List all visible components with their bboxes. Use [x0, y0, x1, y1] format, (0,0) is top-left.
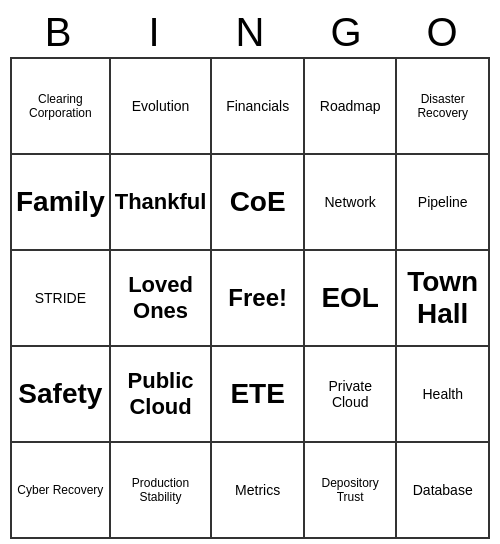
bingo-cell-r2-c3: EOL — [305, 251, 398, 347]
bingo-cell-r1-c3: Network — [305, 155, 398, 251]
bingo-cell-r2-c2: Free! — [212, 251, 305, 347]
bingo-cell-r3-c4: Health — [397, 347, 490, 443]
bingo-cell-r4-c0: Cyber Recovery — [12, 443, 111, 539]
bingo-cell-r1-c4: Pipeline — [397, 155, 490, 251]
bingo-cell-r0-c0: Clearing Corporation — [12, 59, 111, 155]
bingo-cell-r1-c1: Thankful — [111, 155, 213, 251]
bingo-cell-r4-c4: Database — [397, 443, 490, 539]
header-letter: B — [10, 8, 106, 57]
bingo-container: BINGO Clearing CorporationEvolutionFinan… — [10, 8, 490, 539]
bingo-cell-r1-c2: CoE — [212, 155, 305, 251]
bingo-cell-r1-c0: Family — [12, 155, 111, 251]
bingo-header: BINGO — [10, 8, 490, 57]
bingo-cell-r2-c4: Town Hall — [397, 251, 490, 347]
header-letter: G — [298, 8, 394, 57]
bingo-cell-r3-c1: Public Cloud — [111, 347, 213, 443]
header-letter: O — [394, 8, 490, 57]
bingo-cell-r4-c1: Production Stability — [111, 443, 213, 539]
bingo-cell-r0-c3: Roadmap — [305, 59, 398, 155]
bingo-cell-r0-c2: Financials — [212, 59, 305, 155]
header-letter: N — [202, 8, 298, 57]
bingo-cell-r3-c0: Safety — [12, 347, 111, 443]
bingo-cell-r3-c2: ETE — [212, 347, 305, 443]
bingo-cell-r0-c4: Disaster Recovery — [397, 59, 490, 155]
header-letter: I — [106, 8, 202, 57]
bingo-cell-r4-c3: Depository Trust — [305, 443, 398, 539]
bingo-cell-r3-c3: Private Cloud — [305, 347, 398, 443]
bingo-cell-r2-c1: Loved Ones — [111, 251, 213, 347]
bingo-cell-r2-c0: STRIDE — [12, 251, 111, 347]
bingo-cell-r4-c2: Metrics — [212, 443, 305, 539]
bingo-grid: Clearing CorporationEvolutionFinancialsR… — [10, 57, 490, 539]
bingo-cell-r0-c1: Evolution — [111, 59, 213, 155]
